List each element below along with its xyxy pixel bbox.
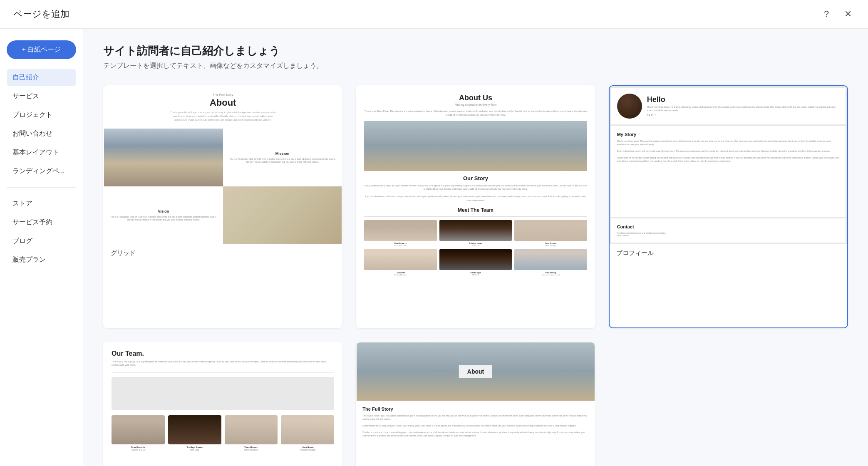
team-member-3-role: Office Manager [514,245,587,247]
profile-text: Hello This is your About Page. It is a g… [647,95,840,117]
our-story-text: Every website has a story, and your visi… [364,184,587,202]
about-us-desc: This is your About Page. This space is a… [364,109,587,117]
team-member-2-photo [439,220,512,241]
team-member-5-photo [439,249,512,270]
template-profile-label: プロフィール [610,244,847,262]
sidebar-item-pricing-label: 販売プラン [12,256,46,263]
preview-sand-image [223,186,342,244]
team-card-3-photo [225,415,278,444]
team-page-desc: This is your Team page. It is a great sp… [112,360,334,367]
add-blank-page-button[interactable]: + 白紙ページ [7,40,76,59]
sidebar-item-booking[interactable]: サービス予約 [7,214,76,231]
team-member-1: Don Francis Founder & CEO [364,220,436,247]
profile-top-section: Hello This is your About Page. It is a g… [611,88,846,124]
sidebar-item-contact[interactable]: お問い合わせ [7,125,76,142]
template-preview-profile: Hello This is your About Page. It is a g… [610,86,847,244]
profile-hello: Hello [647,95,840,104]
team-page-title: Our Team. [112,350,334,357]
team-member-2-role: Tech Lead [439,245,512,247]
template-card-profile[interactable]: Hello This is your About Page. It is a g… [609,85,848,328]
preview-grid-title: About [111,97,335,108]
team-photos-grid: Don Francis Founder & CEO Ashley Jones T… [364,220,587,276]
team-member-4: Lisa Rose Product Manager [364,249,436,276]
preview-mission-block: Mission This is a Paragraph. Click on "E… [223,129,342,186]
about-full-story-text: This is your About Page. It is a great o… [362,414,588,437]
team-member-5: Kevin Ngo HR Lead [439,249,512,276]
team-card-4-photo [281,415,334,444]
template-preview-grid: The Full Story About This is your About … [104,86,342,244]
profile-mid-section: My Story This is your About page. This s… [611,126,846,217]
sidebar-item-layout[interactable]: 基本レイアウト [7,144,76,161]
help-button[interactable]: ? [820,7,833,21]
profile-hello-desc: This is your About Page. It is a great o… [647,106,840,112]
about-us-title: About Us [364,94,587,102]
preview-vision-block: Vision This is a Paragraph. Click on "Ed… [104,186,223,244]
team-card-2-photo [168,415,221,444]
sidebar-item-service-label: サービス [12,92,39,99]
preview-grid-subtitle: The Full Story [111,93,335,97]
team-card-1: Don Francis Founder & CEO [112,415,165,451]
team-member-3: Tess Brown Office Manager [514,220,587,247]
profile-my-story-text: This is your About page. This space is a… [617,139,840,163]
team-divider [364,216,587,217]
profile-photo [617,94,642,119]
template-preview-about-img: About The Full Story This is your About … [357,342,594,466]
preview-grid-desc: This is your About Page. It is a great o… [169,111,277,122]
sidebar-item-layout-label: 基本レイアウト [12,149,59,156]
team-member-6: Alex Young Customer Support Lead [514,249,587,276]
team-member-5-role: HR Lead [439,274,512,276]
team-member-4-photo [364,249,436,270]
team-card-4-role: Product Manager [281,449,334,451]
preview-grid-images: Mission This is a Paragraph. Click on "E… [104,129,342,244]
sidebar-item-project[interactable]: プロジェクト [7,107,76,124]
sidebar-item-store[interactable]: ストア [7,195,76,212]
sidebar-item-booking-label: サービス予約 [12,218,52,226]
sidebar-item-jiko[interactable]: 自己紹介 [7,69,76,86]
about-us-hero-image [364,121,587,171]
team-card-1-role: Founder & CEO [112,449,165,451]
template-card-about-us[interactable]: About Us Finding Inspiration in Every Tu… [356,85,595,328]
preview-rocks-image [104,129,223,186]
profile-contact-title: Contact [617,224,840,229]
template-grid-label: グリッド [104,244,342,262]
profile-social-icons: f ♥ in ☆ [647,114,840,117]
sidebar-item-jiko-label: 自己紹介 [12,74,39,81]
team-hero-image [112,377,334,410]
about-img-hero: About [357,342,594,401]
template-card-about-img[interactable]: About The Full Story This is your About … [356,342,595,466]
team-members-row: Don Francis Founder & CEO Ashley Jones T… [112,415,334,451]
template-preview-about-us: About Us Finding Inspiration in Every Tu… [357,86,594,327]
sidebar-divider [7,187,76,188]
vision-text: This is a Paragraph. Click on "Edit Text… [110,216,217,222]
team-member-4-role: Product Manager [364,274,436,276]
main-subtitle: テンプレートを選択してテキスト、画像などをカスタマイズしましょう。 [103,62,848,70]
preview-grid-header: The Full Story About This is your About … [104,86,342,129]
sidebar-item-landing[interactable]: ランディングペ... [7,163,76,180]
sidebar-item-blog-label: ブログ [12,237,32,244]
profile-my-story-title: My Story [617,132,840,137]
our-story-title: Our Story [364,175,587,181]
preview-about-us: About Us Finding Inspiration in Every Tu… [357,86,594,327]
team-card-3-role: Office Manager [225,449,278,451]
sidebar-item-landing-label: ランディングペ... [12,167,64,174]
sidebar-item-pricing[interactable]: 販売プラン [7,251,76,268]
sidebar-item-project-label: プロジェクト [12,111,52,118]
team-card-4: Lisa Rose Product Manager [281,415,334,451]
vision-title: Vision [110,209,217,213]
team-member-1-role: Founder & CEO [364,245,436,247]
template-card-team[interactable]: Our Team. This is your Team page. It is … [103,342,342,466]
team-member-2: Ashley Jones Tech Lead [439,220,512,247]
team-member-1-photo [364,220,436,241]
template-card-grid[interactable]: The Full Story About This is your About … [103,85,342,328]
sidebar-item-blog[interactable]: ブログ [7,233,76,250]
team-card-1-photo [112,415,165,444]
sidebar: + 白紙ページ 自己紹介 サービス プロジェクト お問い合わせ 基本レイアウト … [0,29,83,466]
sidebar-item-store-label: ストア [12,200,32,207]
sidebar-item-service[interactable]: サービス [7,88,76,105]
header-icons: ? ✕ [820,7,855,21]
team-hr [112,372,334,373]
about-us-subtitle: Finding Inspiration in Every Turn [364,103,587,106]
about-img-title-text: About [467,368,484,375]
close-button[interactable]: ✕ [841,7,855,21]
templates-grid: The Full Story About This is your About … [103,85,848,466]
